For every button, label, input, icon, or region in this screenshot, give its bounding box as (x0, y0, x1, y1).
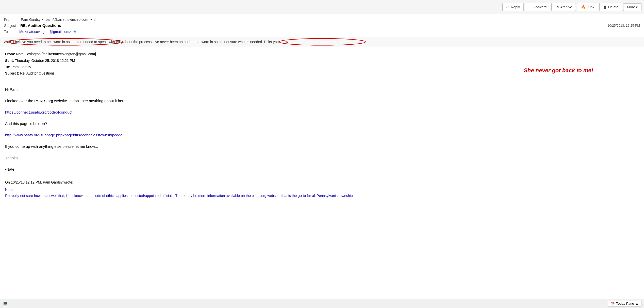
chevron-down-icon: ▾ (636, 5, 638, 9)
email-datetime: 10/25/2018, 12:25 PM (607, 24, 640, 27)
quoted-reply-intro: On 10/25/18 12:12 PM, Pam Gardsy wrote: (5, 180, 73, 184)
subject-label: Subject (4, 24, 19, 28)
quoted-reply-header: On 10/25/18 12:12 PM, Pam Gardsy wrote: (5, 180, 639, 184)
paragraph5: -Nate (5, 166, 639, 173)
more-button[interactable]: More ▾ (623, 3, 641, 11)
quoted-body: I'm really not sure how to answer that, … (5, 193, 639, 199)
quoted-reply-body: Nate, I'm really not sure how to answer … (5, 187, 639, 199)
meta-from-label: From: (5, 52, 15, 56)
paragraph4: Thanks, (5, 154, 639, 161)
link2[interactable]: http://www.psats.org/subpage.php?pageid=… (5, 133, 122, 137)
archive-icon: 🗂 (555, 5, 559, 9)
quoted-banner: Also, I believe you need to be sworn in … (0, 37, 644, 47)
paragraph3: If you come up with anything else please… (5, 143, 639, 150)
annotation-text: She never got back to me! (524, 67, 593, 74)
meta-to-value: Pam Gardsy (11, 65, 31, 69)
email-header: From Pam Gardsy <pam@barretttownship.com… (0, 14, 644, 37)
blue-star-icon: ★ (73, 29, 76, 34)
email-content: Hi Pam, I looked over the PSATS.org webs… (5, 86, 639, 173)
from-label: From (4, 17, 19, 22)
divider (5, 82, 639, 82)
meta-subject-value: Re: Auditor Questions (20, 71, 55, 75)
forward-button[interactable]: → Forward (525, 3, 550, 11)
delete-icon: 🗑 (603, 5, 607, 9)
today-pane-button[interactable]: 📅 Today Pane ▲ (608, 301, 641, 306)
toolbar: ↩ Reply → Forward 🗂 Archive 🔥 Junk 🗑 Del… (0, 0, 644, 14)
greeting: Hi Pam, (5, 86, 639, 93)
forward-icon: → (529, 5, 532, 9)
archive-button[interactable]: 🗂 Archive (551, 3, 576, 11)
status-icon: 💻 (3, 301, 8, 306)
meta-subject-label: Subject: (5, 71, 19, 75)
paragraph1: I looked over the PSATS.org website - I … (5, 97, 639, 104)
star-icon[interactable]: ☆ (93, 17, 97, 22)
junk-icon: 🔥 (581, 5, 586, 9)
meta-sent-value: Thursday, October 25, 2018 12:21 PM (15, 59, 75, 63)
delete-button[interactable]: 🗑 Delete (599, 3, 622, 11)
calendar-icon: 📅 (610, 302, 615, 305)
link2-paragraph: http://www.psats.org/subpage.php?pageid=… (5, 132, 639, 138)
today-pane-label: Today Pane (616, 302, 634, 305)
statusbar: 💻 📅 Today Pane ▲ (0, 299, 644, 308)
from-name: Pam Gardsy (21, 17, 41, 22)
link1[interactable]: https://connect.psats.org/codeofconduct (5, 110, 72, 114)
meta-sent-label: Sent: (5, 59, 14, 63)
paragraph2: And this page is broken? (5, 120, 639, 127)
link1-paragraph: https://connect.psats.org/codeofconduct (5, 109, 639, 116)
quoted-reply: On 10/25/18 12:12 PM, Pam Gardsy wrote: … (5, 180, 639, 199)
quoted-snippet: Also, I believe you need to be sworn in … (4, 40, 291, 44)
from-email: pam@barretttownship.com (46, 17, 88, 22)
meta-to-label: To: (5, 65, 10, 69)
quoted-salutation: Nate, (5, 187, 639, 193)
to-value: Me <natecovington@gmail.com> (19, 30, 71, 34)
subject-value: RE: Auditor Questions (20, 23, 61, 28)
statusbar-right: 📅 Today Pane ▲ (608, 301, 641, 306)
reply-button[interactable]: ↩ Reply (502, 3, 524, 11)
meta-from-value: Nate Covington [mailto:natecovington@gma… (16, 52, 96, 56)
junk-button[interactable]: 🔥 Junk (577, 3, 598, 11)
chevron-up-icon: ▲ (635, 302, 639, 305)
email-body: She never got back to me! From: Nate Cov… (0, 47, 644, 299)
reply-icon: ↩ (506, 5, 509, 9)
to-label: To (4, 30, 19, 34)
